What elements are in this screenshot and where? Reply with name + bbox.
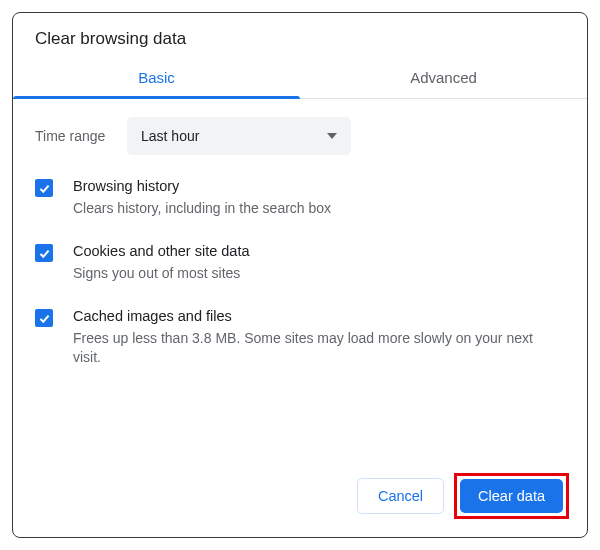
highlight-box: Clear data — [454, 473, 569, 519]
option-cache: Cached images and files Frees up less th… — [35, 307, 565, 368]
dialog-footer: Cancel Clear data — [357, 473, 569, 519]
option-browsing-history: Browsing history Clears history, includi… — [35, 177, 565, 218]
option-cookies: Cookies and other site data Signs you ou… — [35, 242, 565, 283]
option-desc: Clears history, including in the search … — [73, 199, 331, 219]
option-title: Browsing history — [73, 177, 331, 197]
checkbox-cache[interactable] — [35, 309, 53, 327]
tab-bar: Basic Advanced — [13, 59, 587, 99]
cancel-button[interactable]: Cancel — [357, 478, 444, 514]
option-text: Cached images and files Frees up less th… — [73, 307, 543, 368]
check-icon — [38, 182, 51, 195]
screenshot-frame: Clear browsing data Basic Advanced Time … — [0, 0, 600, 550]
time-range-row: Time range Last hour — [35, 117, 565, 155]
active-tab-indicator — [13, 96, 300, 99]
dialog-body: Time range Last hour Browsing history Cl… — [13, 99, 587, 368]
option-desc: Frees up less than 3.8 MB. Some sites ma… — [73, 329, 543, 368]
chevron-down-icon — [327, 133, 337, 139]
clear-data-button[interactable]: Clear data — [460, 479, 563, 513]
option-desc: Signs you out of most sites — [73, 264, 250, 284]
tab-basic[interactable]: Basic — [13, 59, 300, 98]
tab-advanced[interactable]: Advanced — [300, 59, 587, 98]
check-icon — [38, 312, 51, 325]
checkbox-cookies[interactable] — [35, 244, 53, 262]
option-title: Cached images and files — [73, 307, 543, 327]
tab-advanced-label: Advanced — [410, 69, 477, 86]
checkbox-browsing-history[interactable] — [35, 179, 53, 197]
option-text: Browsing history Clears history, includi… — [73, 177, 331, 218]
time-range-value: Last hour — [141, 128, 199, 144]
tab-basic-label: Basic — [138, 69, 175, 86]
time-range-label: Time range — [35, 128, 127, 144]
time-range-select[interactable]: Last hour — [127, 117, 351, 155]
dialog-title: Clear browsing data — [13, 13, 587, 59]
option-text: Cookies and other site data Signs you ou… — [73, 242, 250, 283]
option-title: Cookies and other site data — [73, 242, 250, 262]
check-icon — [38, 247, 51, 260]
clear-browsing-data-dialog: Clear browsing data Basic Advanced Time … — [12, 12, 588, 538]
